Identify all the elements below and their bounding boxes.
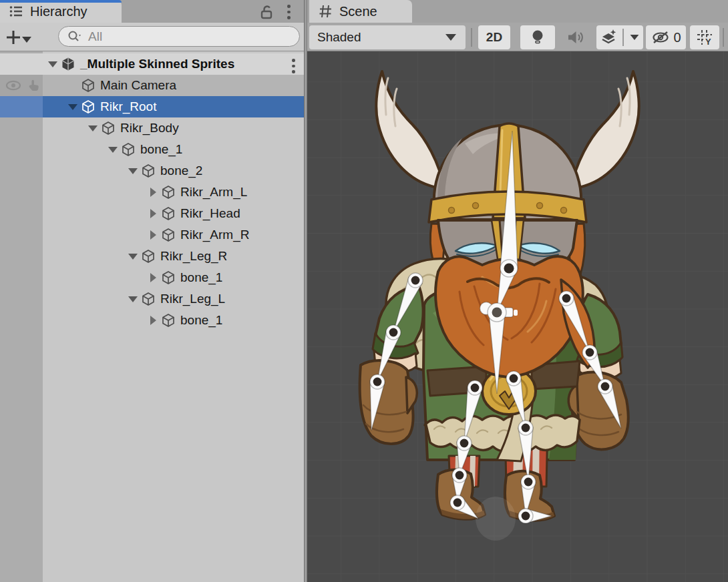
- tab-scene[interactable]: Scene: [309, 0, 412, 23]
- cube-icon: [80, 77, 96, 93]
- hierarchy-row-rikr-leg-r[interactable]: Rikr_Leg_R: [0, 246, 304, 267]
- caret-down-icon: [445, 34, 456, 41]
- eye-icon[interactable]: [5, 78, 22, 93]
- cube-icon: [160, 270, 176, 286]
- lock-icon[interactable]: [258, 3, 277, 21]
- foldout-closed[interactable]: [147, 229, 159, 241]
- hierarchy-row-rikr-arm-r[interactable]: Rikr_Arm_R: [0, 224, 304, 246]
- foldout-closed[interactable]: [147, 272, 159, 284]
- hierarchy-row-rikr-head[interactable]: Rikr_Head: [0, 203, 304, 224]
- scene-name: _Multiple Skinned Sprites: [80, 57, 234, 71]
- tab-hierarchy[interactable]: Hierarchy: [0, 0, 122, 23]
- triangle-closed-icon: [150, 209, 156, 218]
- hidden-objects-button[interactable]: 0: [646, 25, 686, 49]
- triangle-open-icon: [68, 104, 77, 110]
- hierarchy-row-rikr-arm-l[interactable]: Rikr_Arm_L: [0, 182, 304, 203]
- triangle-closed-icon: [150, 273, 156, 282]
- root-satellite-nub: [514, 310, 518, 316]
- hierarchy-panel: Hierarchy All: [0, 0, 304, 582]
- cube-icon: [100, 120, 116, 136]
- cube-icon: [80, 99, 96, 115]
- unity-scene-icon: [60, 56, 76, 72]
- hierarchy-rows: Main Camera Rikr_Root Rikr_Body bone_1 b…: [0, 75, 304, 331]
- row-label: Rikr_Body: [120, 121, 179, 135]
- lightbulb-icon: [529, 28, 546, 47]
- bone-joint[interactable]: [524, 478, 533, 487]
- 2d-label: 2D: [486, 30, 502, 45]
- add-object-button[interactable]: [5, 29, 22, 46]
- pick-hand-icon[interactable]: [25, 77, 41, 93]
- bone-joint[interactable]: [411, 276, 420, 285]
- draw-mode-dropdown[interactable]: Shaded: [309, 25, 466, 49]
- row-gutter: [0, 310, 43, 331]
- cube-icon: [160, 227, 176, 243]
- foldout-closed[interactable]: [147, 208, 159, 220]
- row-label: Rikr_Root: [100, 99, 156, 114]
- bone-joint[interactable]: [522, 424, 530, 432]
- row-gutter: [0, 288, 43, 310]
- 2d-toggle-button[interactable]: 2D: [478, 25, 510, 49]
- hierarchy-row-rikr-root[interactable]: Rikr_Root: [0, 96, 304, 117]
- row-label: bone_1: [140, 142, 182, 157]
- bone-joint[interactable]: [373, 378, 382, 386]
- hierarchy-row-rikr-leg-l[interactable]: Rikr_Leg_L: [0, 288, 304, 310]
- list-icon: [8, 3, 24, 19]
- row-label: Main Camera: [100, 78, 176, 93]
- bone-joint[interactable]: [504, 263, 514, 273]
- effects-icon[interactable]: [600, 28, 618, 47]
- hierarchy-row-bone-1[interactable]: bone_1: [0, 310, 304, 331]
- row-gutter: [0, 117, 43, 139]
- hierarchy-row-main-camera[interactable]: Main Camera: [0, 75, 304, 96]
- hierarchy-row-bone-2[interactable]: bone_2: [0, 160, 304, 182]
- add-object-dropdown-caret-icon[interactable]: [22, 37, 31, 43]
- grid-icon: [317, 3, 333, 19]
- foldout-closed[interactable]: [147, 186, 159, 198]
- hierarchy-tab-label: Hierarchy: [30, 4, 87, 19]
- effects-dropdown-caret-icon[interactable]: [630, 35, 639, 40]
- foldout-open[interactable]: [107, 143, 119, 156]
- bone-joint[interactable]: [471, 384, 480, 392]
- foldout-open[interactable]: [67, 101, 79, 113]
- scene-panel: Scene Shaded 2D: [307, 0, 728, 582]
- grid-settings-button[interactable]: Y: [690, 25, 719, 49]
- bone-joint[interactable]: [586, 348, 594, 357]
- hierarchy-row-bone-1[interactable]: bone_1: [0, 139, 304, 160]
- effects-button-group: [596, 25, 643, 49]
- effects-separator: [622, 29, 624, 46]
- bone-joint[interactable]: [456, 471, 464, 480]
- grid-axis-y-icon: Y: [695, 28, 714, 47]
- cube-icon: [160, 206, 176, 222]
- row-label: Rikr_Arm_R: [180, 228, 249, 242]
- bone-joint[interactable]: [460, 439, 469, 448]
- bone-joint[interactable]: [522, 512, 530, 521]
- bone-joint[interactable]: [601, 382, 610, 391]
- bone-joint[interactable]: [562, 294, 571, 303]
- scene-header-row[interactable]: _Multiple Skinned Sprites: [0, 53, 304, 75]
- magnifier-icon[interactable]: [67, 29, 83, 44]
- speaker-icon: [566, 29, 584, 46]
- hierarchy-tabbar: Hierarchy: [0, 0, 304, 23]
- row-label: Rikr_Leg_R: [160, 249, 227, 264]
- foldout-open[interactable]: [127, 250, 139, 262]
- scene-lighting-button[interactable]: [520, 25, 555, 49]
- scene-foldout[interactable]: [47, 58, 59, 70]
- root-joint[interactable]: [492, 308, 502, 318]
- hierarchy-row-bone-1[interactable]: bone_1: [0, 267, 304, 288]
- bone-joint[interactable]: [389, 328, 398, 337]
- unity-editor: Hierarchy All: [0, 0, 728, 582]
- scene-row-kebab-icon[interactable]: [292, 59, 295, 73]
- hierarchy-menu-kebab-icon[interactable]: [287, 5, 291, 19]
- scene-viewport[interactable]: [307, 51, 728, 582]
- cube-icon: [140, 248, 156, 264]
- row-gutter: [0, 246, 43, 267]
- triangle-open-icon: [128, 296, 138, 302]
- foldout-open[interactable]: [127, 165, 139, 177]
- bone-joint[interactable]: [453, 499, 462, 507]
- foldout-open[interactable]: [127, 293, 139, 305]
- search-input[interactable]: All: [58, 26, 300, 47]
- audio-toggle-button[interactable]: [558, 25, 592, 49]
- hierarchy-row-rikr-body[interactable]: Rikr_Body: [0, 117, 304, 139]
- bone-joint[interactable]: [510, 374, 518, 383]
- foldout-closed[interactable]: [147, 314, 159, 326]
- foldout-open[interactable]: [87, 122, 99, 134]
